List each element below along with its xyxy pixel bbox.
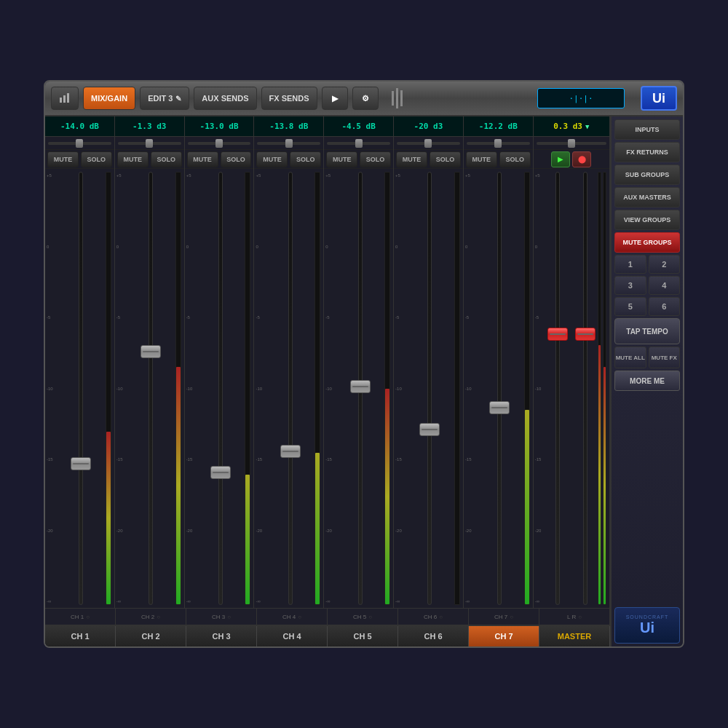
ch2-tab[interactable]: CH 2	[116, 626, 186, 646]
ch2-gain-thumb[interactable]	[146, 139, 153, 148]
logo-text: Ui	[652, 91, 665, 106]
ch4-solo-button[interactable]: SOLO	[290, 151, 321, 167]
mute-group-1-button[interactable]: 1	[614, 255, 646, 274]
master-db-scale: +5 0 -5 -10 -15 -20 -∞	[535, 172, 545, 605]
logo-button[interactable]: Ui	[641, 86, 677, 111]
mute-groups-button[interactable]: MUTE GROUPS	[614, 232, 680, 253]
mute-group-2-button[interactable]: 2	[649, 255, 681, 274]
stats-icon	[59, 92, 71, 105]
ch2-db-scale: +5 0 -5 -10 -15 -20 -∞	[116, 172, 127, 605]
ch4-fader-area: +5 0 -5 -10 -15 -20 -∞	[254, 169, 323, 608]
channel-4: -13.8 dB MUTE SOLO +5 0 -5 -10 -15	[254, 116, 324, 608]
play-button[interactable]: ▶	[322, 87, 348, 110]
ch6-gain-thumb[interactable]	[424, 139, 432, 148]
ch2-mute-button[interactable]: MUTE	[117, 151, 149, 167]
ch1-mute-button[interactable]: MUTE	[47, 151, 79, 167]
ch6-mute-button[interactable]: MUTE	[396, 151, 427, 167]
edit-button[interactable]: EDIT 3 ✎	[140, 87, 189, 110]
ch7-fader-track	[497, 172, 502, 605]
view-groups-button[interactable]: VIEW GROUPS	[614, 210, 680, 230]
inputs-button[interactable]: INPUTS	[614, 119, 680, 140]
ch1-tab[interactable]: CH 1	[45, 626, 116, 646]
ch4-mute-solo: MUTE SOLO	[254, 150, 323, 169]
ch3-vu-meter	[245, 172, 250, 605]
master-tab[interactable]: MASTER	[539, 626, 610, 646]
mix-gain-button[interactable]: MIX/GAIN	[83, 87, 135, 110]
ch3-fader-track	[218, 172, 223, 605]
master-gain-thumb[interactable]	[568, 139, 575, 148]
channel-3: -13.0 dB MUTE SOLO +5 0 -5 -10 -15	[185, 116, 255, 608]
master-left-fader-thumb[interactable]	[547, 328, 568, 341]
ch5-gain-thumb[interactable]	[355, 139, 363, 148]
ch2-mute-solo: MUTE SOLO	[115, 150, 184, 169]
aux-sends-button[interactable]: AUX SENDS	[194, 87, 256, 110]
ch1-gain-thumb[interactable]	[76, 139, 83, 148]
ch6-mute-solo: MUTE SOLO	[394, 150, 463, 169]
edit-label: EDIT 3	[148, 94, 173, 103]
mute-fx-grid: MUTE ALL MUTE FX	[614, 347, 680, 368]
ch5-fader-thumb[interactable]	[350, 380, 371, 393]
ch7-solo-button[interactable]: SOLO	[499, 151, 531, 167]
mute-fx-button[interactable]: MUTE FX	[649, 347, 681, 368]
ch4-fader-container	[266, 172, 314, 605]
master-record-button[interactable]: ⬤	[572, 151, 591, 167]
settings-button[interactable]: ⚙	[352, 87, 379, 110]
channel-master: 0.3 d3 ▼ ▶ ⬤ +5	[534, 116, 610, 608]
master-play-button[interactable]: ▶	[551, 151, 570, 167]
channel-label-row: CH 1○ CH 2○ CH 3○ CH 4○ CH 5○ CH 6○ CH 7…	[45, 608, 610, 625]
tap-tempo-button[interactable]: TAP TEMPO	[614, 318, 680, 344]
ch3-gain-thumb[interactable]	[215, 139, 223, 148]
fx-sends-button[interactable]: FX SENDS	[261, 87, 317, 110]
ch4-mute-button[interactable]: MUTE	[256, 151, 288, 167]
mute-group-3-button[interactable]: 3	[614, 276, 646, 295]
ch7-tab[interactable]: CH 7	[469, 626, 539, 646]
ch5-gain-area	[324, 137, 393, 150]
fx-returns-button[interactable]: FX RETURNS	[614, 142, 680, 162]
ch2-gain-area	[115, 137, 184, 150]
ch2-fader-thumb[interactable]	[141, 345, 161, 358]
ch5-fader-track	[358, 172, 363, 605]
ch6-fader-thumb[interactable]	[419, 423, 440, 436]
ch7-gain-thumb[interactable]	[494, 139, 502, 148]
aux-masters-button[interactable]: AUX MASTERS	[614, 187, 680, 207]
ch5-solo-button[interactable]: SOLO	[360, 151, 391, 167]
ch2-vu-meter	[175, 172, 181, 605]
ch6-db-display: -20 d3	[394, 116, 463, 137]
ch3-mute-button[interactable]: MUTE	[187, 151, 218, 167]
ch7-gain-area	[464, 137, 533, 150]
ch7-mute-button[interactable]: MUTE	[466, 151, 497, 167]
master-vu-left	[598, 172, 601, 605]
more-me-button[interactable]: MORE ME	[614, 371, 680, 391]
ch3-tab[interactable]: CH 3	[186, 626, 257, 646]
channel-7: -12.2 dB MUTE SOLO +5 0 -5 -10 -15	[464, 116, 534, 608]
ch6-fader-track	[427, 172, 432, 605]
mute-group-5-button[interactable]: 5	[614, 297, 646, 316]
ch1-fader-thumb[interactable]	[71, 457, 91, 470]
ch4-tab[interactable]: CH 4	[257, 626, 328, 646]
ch3-solo-button[interactable]: SOLO	[221, 151, 252, 167]
ch7-fader-thumb[interactable]	[489, 401, 510, 414]
ch2-solo-button[interactable]: SOLO	[151, 151, 182, 167]
ch1-solo-button[interactable]: SOLO	[81, 151, 112, 167]
sub-groups-button[interactable]: SUB GROUPS	[614, 165, 680, 185]
ch3-gain-area	[185, 137, 254, 150]
ch3-fader-thumb[interactable]	[210, 466, 231, 479]
ch3-fader-container	[197, 172, 245, 605]
stats-button[interactable]	[51, 87, 79, 110]
master-right-fader-thumb[interactable]	[575, 328, 596, 341]
ch4-gain-thumb[interactable]	[285, 139, 293, 148]
ch5-tab[interactable]: CH 5	[328, 626, 398, 646]
ch7-db-scale: +5 0 -5 -10 -15 -20 -∞	[465, 172, 475, 605]
ch6-solo-button[interactable]: SOLO	[430, 151, 461, 167]
ch5-mute-button[interactable]: MUTE	[326, 151, 357, 167]
mute-group-6-button[interactable]: 6	[649, 297, 681, 316]
ch6-tab[interactable]: CH 6	[398, 626, 469, 646]
mute-all-button[interactable]: MUTE ALL	[614, 347, 646, 368]
ch1-label-box: CH 1○	[45, 609, 116, 625]
edit-icon: ✎	[175, 95, 181, 103]
fx-sends-label: FX SENDS	[269, 94, 309, 103]
mute-group-4-button[interactable]: 4	[649, 276, 681, 295]
svg-rect-0	[60, 98, 62, 103]
brand-sub-label: SOUNDCRAFT	[626, 614, 669, 620]
ch4-fader-thumb[interactable]	[280, 445, 301, 458]
